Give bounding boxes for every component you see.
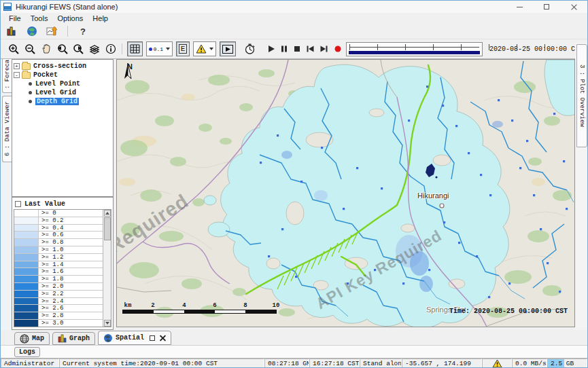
pause-button[interactable] [279,42,289,56]
animation-panel-button[interactable] [220,41,236,56]
database-explorer-button[interactable] [5,24,18,38]
title-bar[interactable]: Hikurangi FEWS (Stand alone) [1,1,587,13]
tab-data-viewer[interactable]: 6 : Data Viewer [2,96,12,162]
zoom-back-icon [56,43,68,55]
legend-swatch [14,291,39,297]
map-display-button[interactable] [25,24,39,38]
bullet-icon [29,91,32,94]
tree-item-cross-section[interactable]: + Cross-section [14,62,111,71]
menu-options[interactable]: Options [52,14,88,23]
close-panel-icon[interactable] [160,335,166,341]
tab-map[interactable]: Map [14,332,50,345]
map-view[interactable]: N API Key Required API Key Required Hiku… [116,59,575,327]
status-warning[interactable] [482,358,512,368]
status-system-time: Current system time:2020-09-01 00:00 CST [59,358,264,368]
zoom-out-button[interactable] [24,42,37,56]
status-mode: Stand alone [360,358,402,368]
map-toolbar: 0.1 E [1,39,587,59]
legend-swatch [14,305,39,312]
collapse-icon[interactable]: - [14,72,20,78]
info-icon [105,43,116,54]
maximize-icon [544,4,549,10]
legend-swatch [14,261,39,268]
step-last-button[interactable] [319,42,329,56]
play-box-icon [222,45,233,54]
pan-button[interactable] [40,42,52,56]
scroll-down-icon[interactable] [104,320,111,327]
legend-row: >= 2.4 [14,298,111,306]
class-interval-dropdown[interactable]: 0.1 [146,41,173,56]
grid-display-button[interactable] [127,41,143,56]
warning-threshold-dropdown[interactable] [193,41,216,56]
tree-item-depth-grid[interactable]: Depth Grid [29,97,111,106]
bottom-tab-bar: Map Graph Spatial [1,330,587,346]
legend-swatch [14,283,39,290]
expand-icon[interactable]: + [14,63,20,69]
chevron-down-icon [209,48,213,50]
time-slider[interactable] [346,42,483,56]
legend-row: >= 0.6 [14,232,111,239]
warning-icon [196,44,207,54]
tree-item-pocket[interactable]: - Pocket [14,71,111,79]
legend-label: >= 1.2 [39,254,63,261]
timer-icon [244,43,256,55]
maximize-panel-icon[interactable] [150,335,155,341]
step-first-button[interactable] [305,42,315,56]
stop-button[interactable] [292,42,302,56]
help-button[interactable]: ? [76,24,90,38]
animation-settings-button[interactable] [243,42,256,56]
tab-graph[interactable]: Graph [52,332,95,345]
legend-label: >= 1.0 [39,246,63,253]
last-value-checkbox[interactable] [15,201,21,207]
chevron-down-icon [166,48,170,50]
menu-help[interactable]: Help [88,14,113,23]
menu-tools[interactable]: Tools [26,14,53,23]
tab-forecast[interactable]: 5 : Forecast [2,59,12,93]
zoom-previous-button[interactable] [56,42,69,56]
scroll-up-icon[interactable] [104,210,111,217]
time-progress-bar [349,51,480,54]
legend-row: >= 2.2 [14,291,111,298]
skip-end-icon [319,45,328,53]
legend-swatch [14,254,39,261]
layers-button[interactable] [88,42,101,56]
zoom-in-button[interactable] [7,42,20,56]
zoom-next-button[interactable] [72,42,85,56]
minimize-button[interactable] [506,1,533,13]
legend-row: >= 3.0 [14,320,111,327]
north-arrow: N [122,62,137,71]
legend-label: >= 1.8 [39,276,63,282]
info-button[interactable] [105,42,117,56]
legend-label: >= 2.4 [39,298,63,305]
play-button[interactable] [266,42,276,56]
tree-item-level-grid[interactable]: Level Grid [29,88,111,97]
scale-bar: km 2 4 6 8 10 [122,302,286,317]
tab-logs[interactable]: Logs [14,347,40,357]
tab-plot-overview[interactable]: 3 : Plot Overview [576,44,587,147]
play-icon [267,45,275,53]
scrollbar-thumb[interactable] [104,217,111,240]
town-marker [440,204,444,208]
legend-label: >= 2.6 [39,305,63,312]
selected-tree-label: Depth Grid [35,98,79,105]
legend-scrollbar[interactable] [103,210,111,327]
current-time-label: 2020-08-25 00:00:00 CST [489,45,583,53]
maximize-button[interactable] [533,1,560,13]
label-toggle-button[interactable]: E [176,41,190,56]
folder-open-icon [22,72,31,79]
tab-spatial[interactable]: Spatial [98,331,171,345]
record-button[interactable] [332,42,342,56]
close-button[interactable] [560,1,587,13]
slider-track [349,47,479,48]
tree-item-level-point[interactable]: Level Point [29,79,111,88]
menu-bar: File Tools Options Help [1,13,587,24]
legend-row: >= 1.0 [14,246,111,254]
legend-row: >= 1.2 [14,254,111,261]
window-title: Hikurangi FEWS (Stand alone) [16,3,118,11]
menu-file[interactable]: File [4,14,26,23]
class-interval-value: 0.1 [154,46,163,52]
legend-label: >= 2.8 [39,312,63,319]
legend-label: >= 1.6 [39,268,63,275]
legend-row: >= 1.4 [14,261,111,269]
timeseries-import-button[interactable] [46,24,59,38]
